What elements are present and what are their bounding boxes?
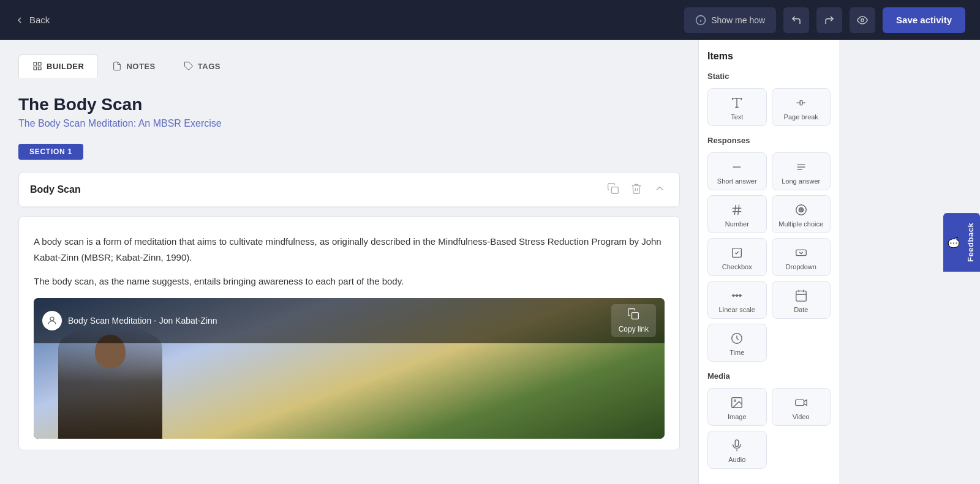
svg-rect-5 <box>38 62 41 65</box>
item-linear-scale[interactable]: Linear scale <box>707 281 767 319</box>
long-answer-icon <box>794 160 808 174</box>
item-image[interactable]: Image <box>707 388 767 426</box>
save-activity-label: Save activity <box>896 15 952 25</box>
date-label: Date <box>794 306 808 313</box>
page-break-icon <box>794 96 808 110</box>
eye-icon <box>857 15 868 26</box>
topnav: Back Show me how Save activity <box>0 0 980 40</box>
number-icon <box>730 203 744 217</box>
undo-icon <box>791 15 802 26</box>
avatar-icon <box>47 315 58 326</box>
duplicate-button[interactable] <box>605 181 622 198</box>
sidebar-title: Items <box>707 51 831 62</box>
item-number[interactable]: Number <box>707 195 767 233</box>
svg-rect-15 <box>800 100 802 105</box>
svg-point-10 <box>50 317 54 321</box>
svg-rect-7 <box>38 67 41 70</box>
card-header: Body Scan <box>19 173 679 207</box>
image-icon <box>730 396 744 409</box>
video-container: Body Scan Meditation - Jon Kabat-Zinn Co… <box>34 298 665 439</box>
image-label: Image <box>728 413 747 420</box>
item-time[interactable]: Time <box>707 324 767 362</box>
number-label: Number <box>725 220 749 228</box>
short-answer-icon <box>730 160 744 174</box>
video-avatar <box>42 311 62 330</box>
dropdown-icon <box>794 246 808 259</box>
item-short-answer[interactable]: Short answer <box>707 152 767 190</box>
tab-notes-label: NOTES <box>126 62 155 71</box>
content-paragraph-1: A body scan is a form of meditation that… <box>34 234 665 265</box>
content-paragraph-2: The body scan, as the name suggests, ent… <box>34 274 665 289</box>
text-label: Text <box>731 113 743 121</box>
back-icon <box>15 15 24 25</box>
svg-rect-33 <box>796 291 807 302</box>
items-sidebar: Items Static Text Page break Responses S… <box>698 40 839 484</box>
svg-line-24 <box>738 205 739 215</box>
feedback-tab[interactable]: 💬 Feedback <box>943 212 980 271</box>
tabs-bar: BUILDER NOTES TAGS <box>18 54 680 78</box>
svg-point-26 <box>799 207 803 212</box>
undo-button[interactable] <box>783 7 809 33</box>
tab-builder[interactable]: BUILDER <box>18 54 98 78</box>
copy-link-label: Copy link <box>619 325 649 333</box>
media-items-grid: Image Video Audio <box>707 388 831 469</box>
redo-icon <box>824 15 835 26</box>
builder-icon <box>32 61 42 71</box>
activity-subtitle: The Body Scan Meditation: An MBSR Exerci… <box>18 118 680 129</box>
svg-line-23 <box>735 205 736 215</box>
back-label: Back <box>29 15 50 25</box>
item-audio[interactable]: Audio <box>707 431 767 469</box>
video-icon <box>794 396 808 409</box>
checkbox-label: Checkbox <box>722 263 752 270</box>
copy-link-button[interactable]: Copy link <box>611 304 656 337</box>
tab-builder-label: BUILDER <box>47 62 84 71</box>
static-items-grid: Text Page break <box>707 88 831 126</box>
svg-point-3 <box>861 18 864 21</box>
item-multiple-choice[interactable]: Multiple choice <box>772 195 831 233</box>
response-items-grid: Short answer Long answer Number Multiple… <box>707 152 831 362</box>
activity-title: The Body Scan <box>18 95 680 114</box>
video-title: Body Scan Meditation - Jon Kabat-Zinn <box>68 316 605 326</box>
preview-button[interactable] <box>850 7 875 33</box>
item-date[interactable]: Date <box>772 281 831 319</box>
feedback-icon: 💬 <box>948 236 960 248</box>
checkbox-icon <box>730 246 744 259</box>
svg-rect-28 <box>796 250 807 255</box>
tab-tags-label: TAGS <box>198 62 221 71</box>
back-button[interactable]: Back <box>15 15 677 25</box>
feedback-label: Feedback <box>966 222 975 261</box>
tab-tags[interactable]: TAGS <box>170 54 235 78</box>
audio-icon <box>730 439 744 452</box>
media-section-label: Media <box>707 371 831 381</box>
save-activity-button[interactable]: Save activity <box>883 7 965 33</box>
item-page-break[interactable]: Page break <box>772 88 831 126</box>
item-long-answer[interactable]: Long answer <box>772 152 831 190</box>
svg-point-32 <box>739 295 741 297</box>
item-text[interactable]: Text <box>707 88 767 126</box>
svg-rect-4 <box>34 62 37 65</box>
show-me-how-label: Show me how <box>711 15 765 25</box>
page-break-label: Page break <box>784 113 818 121</box>
item-dropdown[interactable]: Dropdown <box>772 238 831 276</box>
short-answer-label: Short answer <box>717 177 757 185</box>
redo-button[interactable] <box>816 7 842 33</box>
content-card: A body scan is a form of meditation that… <box>18 216 680 450</box>
svg-point-30 <box>733 295 734 297</box>
static-section-label: Static <box>707 72 831 81</box>
copy-icon <box>627 308 639 323</box>
text-icon <box>730 96 744 110</box>
tab-notes[interactable]: NOTES <box>98 54 169 78</box>
svg-rect-9 <box>612 187 619 194</box>
video-bar: Body Scan Meditation - Jon Kabat-Zinn Co… <box>34 298 665 343</box>
collapse-button[interactable] <box>651 181 668 198</box>
svg-rect-6 <box>34 67 37 70</box>
copy-icon-svg <box>627 308 639 320</box>
item-video[interactable]: Video <box>772 388 831 426</box>
time-icon <box>730 332 744 345</box>
notes-icon <box>112 61 122 71</box>
show-me-how-button[interactable]: Show me how <box>684 7 776 33</box>
main-area: BUILDER NOTES TAGS The Body Scan The Bod… <box>0 40 698 484</box>
dropdown-label: Dropdown <box>786 263 816 270</box>
delete-button[interactable] <box>628 181 645 198</box>
item-checkbox[interactable]: Checkbox <box>707 238 767 276</box>
